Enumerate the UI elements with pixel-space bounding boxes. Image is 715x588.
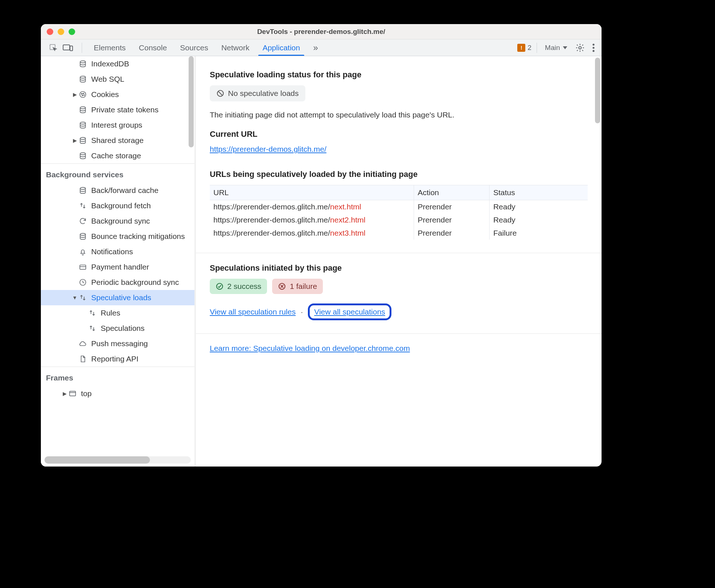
sidebar-item-payment-handler[interactable]: Payment handler [41,259,194,275]
sidebar-item-label: Web SQL [91,75,124,84]
cell-status: Failure [490,227,588,240]
svg-point-13 [84,95,85,96]
x-circle-icon [278,282,286,290]
svg-point-6 [592,50,594,52]
svg-rect-23 [70,391,76,396]
target-selector[interactable]: Main [542,44,570,52]
sidebar-item-private-state-tokens[interactable]: Private state tokens [41,102,194,117]
svg-point-9 [80,92,86,98]
svg-point-7 [80,61,86,63]
device-icon[interactable] [63,44,73,52]
settings-button[interactable] [573,43,587,53]
db-icon [78,232,88,240]
sidebar-item-cache-storage[interactable]: Cache storage [41,148,194,163]
sidebar-item-push-messaging[interactable]: Push messaging [41,336,194,351]
db-icon [78,60,88,68]
svg-rect-2 [70,46,73,51]
updown-icon [88,309,97,317]
sidebar-item-back-forward-cache[interactable]: Back/forward cache [41,183,194,198]
heading-urls-table: URLs being speculatively loaded by the i… [210,170,588,179]
sidebar-item-label: Reporting API [91,355,139,363]
titlebar: DevTools - prerender-demos.glitch.me/ [41,24,602,39]
check-circle-icon [216,282,224,290]
chevron-right-icon: ▶ [72,138,78,143]
sidebar-item-speculations[interactable]: Speculations [41,321,194,336]
svg-point-19 [80,233,86,236]
panel-scrollbar[interactable] [595,58,600,123]
svg-rect-1 [63,45,70,50]
sidebar-item-shared-storage[interactable]: ▶Shared storage [41,133,194,148]
warning-icon: ! [517,44,525,52]
learn-more-link[interactable]: Learn more: Speculative loading on devel… [210,344,410,352]
th-url[interactable]: URL [210,185,414,200]
inspect-icon[interactable] [49,43,58,52]
sidebar-item-background-fetch[interactable]: Background fetch [41,198,194,213]
sidebar-item-label: top [81,389,92,398]
sidebar-item-bounce-tracking-mitigations[interactable]: Bounce tracking mitigations [41,229,194,244]
tab-application[interactable]: Application [256,39,307,56]
failure-badge: 1 failure [272,279,323,294]
svg-point-5 [592,47,594,49]
window-icon [68,390,77,398]
warning-count: 2 [527,44,532,52]
sidebar-item-label: Cookies [91,90,119,99]
svg-point-10 [81,93,82,94]
tab-network[interactable]: Network [215,39,256,56]
sidebar-item-label: Push messaging [91,339,148,348]
sidebar-item-label: Shared storage [91,136,144,145]
sidebar-item-speculative-loads[interactable]: ▼Speculative loads [41,290,194,305]
sidebar-item-label: Rules [101,309,120,317]
cell-action: Prerender [414,213,489,227]
db-icon [78,186,88,194]
sidebar-item-reporting-api[interactable]: Reporting API [41,351,194,367]
svg-point-16 [80,138,86,140]
db-icon [78,106,88,114]
svg-point-15 [80,122,86,124]
success-badge: 2 success [210,279,267,294]
failure-text: 1 failure [290,282,317,291]
sidebar-item-label: Notifications [91,247,133,256]
cell-status: Ready [490,200,588,214]
sidebar-horizontal-scrollbar[interactable] [45,456,191,464]
sidebar-item-label: Private state tokens [91,105,158,114]
th-status[interactable]: Status [490,185,588,200]
current-url-link[interactable]: https://prerender-demos.glitch.me/ [210,145,326,153]
maximize-window-button[interactable] [69,28,75,35]
sidebar-item-rules[interactable]: Rules [41,305,194,321]
chevron-right-icon: ▶ [72,92,78,97]
more-options-button[interactable] [590,43,597,53]
sidebar-scrollbar[interactable] [189,56,194,147]
tab-sources[interactable]: Sources [174,39,215,56]
table-row[interactable]: https://prerender-demos.glitch.me/next3.… [210,227,588,240]
traffic-lights [47,28,75,35]
sidebar-item-notifications[interactable]: Notifications [41,244,194,259]
cloud-icon [78,340,88,348]
view-all-rules-link[interactable]: View all speculation rules [210,307,295,316]
table-row[interactable]: https://prerender-demos.glitch.me/next2.… [210,213,588,227]
table-row[interactable]: https://prerender-demos.glitch.me/next.h… [210,200,588,214]
view-all-speculations-link[interactable]: View all speculations [314,307,385,316]
section-frames: Frames [41,367,194,386]
db-icon [78,136,88,144]
tab-console[interactable]: Console [132,39,174,56]
svg-point-17 [80,153,86,155]
th-action[interactable]: Action [414,185,489,200]
sidebar-item-top[interactable]: ▶top [41,386,194,401]
updown-icon [78,202,88,210]
sidebar-item-indexeddb[interactable]: IndexedDB [41,56,194,71]
sidebar-item-label: Bounce tracking mitigations [91,232,185,241]
more-tabs-button[interactable]: » [306,39,324,56]
updown-icon [88,324,97,332]
svg-point-14 [80,107,86,109]
success-text: 2 success [227,282,261,291]
sidebar-item-cookies[interactable]: ▶Cookies [41,87,194,102]
sidebar-item-interest-groups[interactable]: Interest groups [41,117,194,133]
minimize-window-button[interactable] [58,28,64,35]
warnings-indicator[interactable]: ! 2 [517,44,532,52]
sidebar-item-label: Back/forward cache [91,186,158,195]
tab-elements[interactable]: Elements [87,39,132,56]
sidebar-item-web-sql[interactable]: Web SQL [41,71,194,87]
sidebar-item-periodic-background-sync[interactable]: Periodic background sync [41,275,194,290]
sidebar-item-background-sync[interactable]: Background sync [41,213,194,229]
close-window-button[interactable] [47,28,53,35]
